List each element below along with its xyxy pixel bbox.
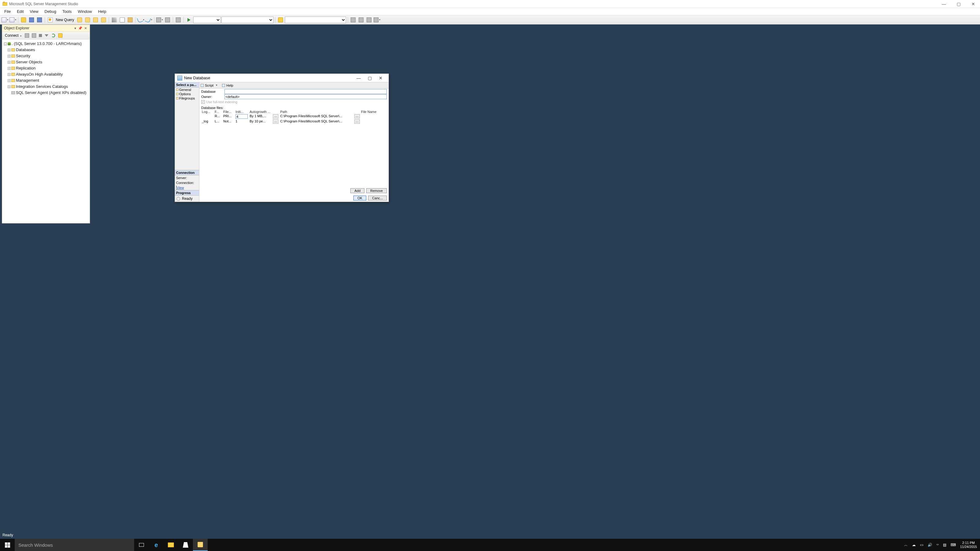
panel-pin-button[interactable]: 📌 — [77, 26, 83, 30]
database-name-input[interactable] — [224, 89, 387, 94]
nav-back-button[interactable]: ▾ — [156, 16, 163, 24]
tree-alwayson[interactable]: +AlwaysOn High Availability — [3, 71, 89, 78]
script-button[interactable]: Script — [205, 84, 213, 87]
execute-button[interactable] — [185, 16, 192, 24]
menu-tools[interactable]: Tools — [59, 8, 75, 15]
mdx-query-button[interactable] — [84, 16, 91, 24]
activity-monitor-button[interactable] — [175, 16, 182, 24]
tree-databases[interactable]: +Databases — [3, 47, 89, 53]
dialog-title-bar[interactable]: New Database — ▢ ✕ — [175, 74, 389, 83]
oe-refresh-button[interactable] — [51, 32, 56, 39]
new-query-button[interactable]: New Query — [54, 18, 75, 22]
tray-battery-icon[interactable]: ▭ — [920, 543, 923, 547]
col-file-type[interactable]: F... — [214, 110, 223, 114]
page-options[interactable]: Options — [175, 92, 199, 96]
debug-target-combo[interactable] — [221, 16, 274, 23]
taskbar-search[interactable]: Search Windows — [15, 539, 134, 551]
col-file-name[interactable]: File Name — [360, 110, 382, 114]
connect-button[interactable]: Connect ▾ — [4, 33, 23, 38]
path-ellipsis-button[interactable]: .... — [354, 114, 360, 119]
object-explorer-tree[interactable]: -. (SQL Server 13.0.700 - LARCH\maris) +… — [2, 40, 90, 97]
taskbar-edge[interactable]: e — [149, 539, 164, 551]
tree-integration-services[interactable]: +Integration Services Catalogs — [3, 84, 89, 90]
remove-button[interactable]: Remove — [366, 188, 387, 193]
maximize-button[interactable]: ▢ — [954, 2, 963, 6]
open-button[interactable] — [20, 16, 27, 24]
file-row[interactable]: R... PRI... By 1 MB,... .... C:\Program … — [201, 114, 387, 119]
dmx-query-button[interactable] — [92, 16, 99, 24]
oe-stop-button[interactable] — [38, 32, 43, 39]
tree-replication[interactable]: +Replication — [3, 65, 89, 71]
xmla-query-button[interactable] — [100, 16, 107, 24]
tray-volume-icon[interactable]: 🔊 — [928, 543, 932, 547]
oe-connect-object-button[interactable] — [24, 32, 30, 39]
tray-action-center-icon[interactable]: ▤ — [943, 543, 946, 547]
tray-keyboard-icon[interactable]: ⌨ — [951, 543, 956, 547]
de-query-button[interactable] — [76, 16, 83, 24]
database-combo[interactable] — [193, 16, 221, 23]
save-all-button[interactable] — [36, 16, 43, 24]
menu-view[interactable]: View — [27, 8, 41, 15]
new-query-templates-button[interactable]: ▾ — [9, 16, 16, 24]
template-browser-button[interactable] — [365, 16, 373, 24]
new-project-button[interactable]: ▾ — [1, 16, 9, 24]
taskbar-store[interactable] — [178, 539, 193, 551]
panel-dropdown-button[interactable]: ▾ — [73, 26, 77, 30]
close-button[interactable]: ✕ — [969, 2, 978, 6]
menu-edit[interactable]: Edit — [14, 8, 27, 15]
view-connection-link[interactable]: View — [177, 186, 184, 189]
col-autogrowth[interactable]: Autogrowth ... — [249, 110, 272, 114]
oe-report-button[interactable] — [57, 32, 63, 39]
undo-button[interactable]: ▾ — [137, 16, 145, 24]
database-files-grid[interactable]: Log... F... File... Initi... Autogrowth … — [201, 110, 387, 124]
tray-onedrive-icon[interactable]: ☁ — [912, 543, 916, 547]
dialog-close-button[interactable]: ✕ — [375, 76, 386, 81]
task-view-button[interactable] — [134, 539, 149, 551]
tree-sql-agent[interactable]: +SQL Server Agent (Agent XPs disabled) — [3, 90, 89, 96]
col-path[interactable]: Path — [280, 110, 354, 114]
find-button[interactable] — [277, 16, 284, 24]
minimize-button[interactable]: — — [940, 2, 948, 6]
nav-fwd-button[interactable] — [164, 16, 171, 24]
path-ellipsis-button[interactable]: .... — [354, 119, 360, 124]
dialog-maximize-button[interactable]: ▢ — [364, 76, 375, 81]
registered-servers-button[interactable] — [350, 16, 357, 24]
find-combo[interactable] — [285, 16, 346, 23]
taskbar-explorer[interactable] — [164, 539, 178, 551]
script-dropdown[interactable]: ▼ — [215, 84, 218, 87]
add-button[interactable]: Add — [350, 188, 364, 193]
autogrowth-ellipsis-button[interactable]: .... — [273, 114, 278, 119]
tree-server-root[interactable]: -. (SQL Server 13.0.700 - LARCH\maris) — [3, 41, 89, 47]
file-row[interactable]: _log L... Not... 1 By 10 pe... .... C:\P… — [201, 119, 387, 124]
start-button[interactable] — [0, 539, 15, 551]
menu-debug[interactable]: Debug — [41, 8, 59, 15]
redo-button[interactable]: ▾ — [145, 16, 153, 24]
col-filegroup[interactable]: File... — [223, 110, 235, 114]
dialog-help-button[interactable]: Help — [226, 84, 233, 87]
owner-input[interactable] — [224, 94, 387, 99]
oe-filter-button[interactable] — [44, 32, 49, 39]
menu-file[interactable]: File — [1, 8, 14, 15]
col-logical-name[interactable]: Log... — [201, 110, 214, 114]
save-button[interactable] — [28, 16, 35, 24]
tree-server-objects[interactable]: +Server Objects — [3, 59, 89, 65]
tree-management[interactable]: +Management — [3, 78, 89, 84]
menu-window[interactable]: Window — [75, 8, 95, 15]
initial-size-input[interactable] — [235, 114, 248, 119]
tree-security[interactable]: +Security — [3, 53, 89, 59]
new-query-icon[interactable] — [46, 16, 54, 24]
col-initial-size[interactable]: Initi... — [235, 110, 249, 114]
tray-wifi-icon[interactable]: ⌔ — [937, 543, 939, 547]
properties-button[interactable]: ▾ — [373, 16, 381, 24]
taskbar-ssms[interactable] — [193, 539, 208, 551]
paste-button[interactable] — [126, 16, 134, 24]
page-filegroups[interactable]: Filegroups — [175, 96, 199, 100]
autogrowth-ellipsis-button[interactable]: .... — [273, 119, 278, 124]
ok-button[interactable]: OK — [353, 195, 366, 200]
page-general[interactable]: General — [175, 87, 199, 92]
menu-help[interactable]: Help — [95, 8, 109, 15]
cut-button[interactable] — [111, 16, 118, 24]
tray-clock[interactable]: 2:11 PM 11/24/2015 — [960, 541, 977, 549]
dialog-minimize-button[interactable]: — — [353, 76, 364, 81]
tray-chevron-icon[interactable]: ︿ — [904, 542, 908, 548]
